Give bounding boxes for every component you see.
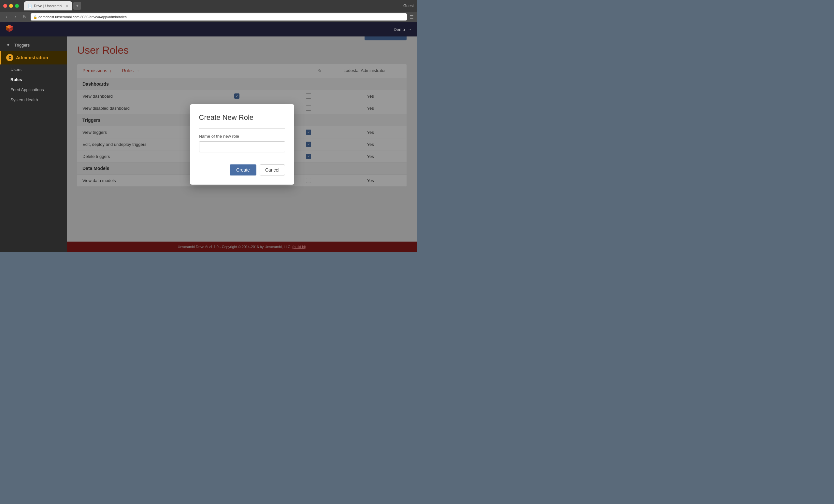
create-role-modal: Create New Role Name of the new role Cre… [190, 104, 294, 185]
tab-title: Drive | Unscrambl [34, 4, 62, 8]
system-health-label: System Health [10, 97, 38, 102]
app-logo [5, 24, 14, 35]
back-button[interactable]: ‹ [3, 14, 10, 20]
logout-icon[interactable]: → [408, 27, 412, 32]
address-bar: ‹ › ↻ 🔒 demohost.unscrambl.com:8080/driv… [0, 12, 417, 22]
feed-applications-label: Feed Applications [10, 87, 44, 92]
reload-button[interactable]: ↻ [22, 14, 28, 20]
modal-overlay[interactable]: Create New Role Name of the new role Cre… [67, 37, 417, 252]
user-name: Demo [394, 27, 405, 32]
browser-chrome: 📄 Drive | Unscrambl ✕ + Guest [0, 0, 417, 12]
users-label: Users [10, 67, 22, 72]
traffic-lights [3, 4, 19, 8]
sidebar-item-feed-applications[interactable]: Feed Applications [0, 85, 67, 95]
address-input[interactable]: 🔒 demohost.unscrambl.com:8080/drive/#/ap… [30, 13, 407, 21]
roles-label: Roles [10, 77, 22, 82]
browser-menu-icon[interactable]: ☰ [410, 14, 414, 20]
administration-label: Administration [16, 55, 48, 60]
sidebar-administration[interactable]: ⚙ Administration [0, 51, 67, 65]
new-tab-button[interactable]: + [73, 2, 81, 10]
modal-title: Create New Role [199, 113, 285, 122]
tab-close-icon[interactable]: ✕ [65, 4, 68, 8]
main-layout: ✦ Triggers ⚙ Administration Users Roles … [0, 37, 417, 252]
minimize-button[interactable] [9, 4, 13, 8]
cancel-button[interactable]: Cancel [260, 164, 285, 176]
sidebar-item-system-health[interactable]: System Health [0, 95, 67, 105]
browser-tab[interactable]: 📄 Drive | Unscrambl ✕ [24, 1, 72, 10]
triggers-icon: ✦ [5, 42, 11, 48]
sidebar-item-users[interactable]: Users [0, 65, 67, 74]
modal-field-label: Name of the new role [199, 134, 285, 139]
lock-icon: 🔒 [33, 15, 37, 19]
modal-divider [199, 128, 285, 129]
app-user: Demo → [394, 27, 412, 32]
sidebar: ✦ Triggers ⚙ Administration Users Roles … [0, 37, 67, 252]
gear-icon: ⚙ [6, 54, 13, 61]
sidebar-item-label: Triggers [14, 43, 30, 48]
app-header: Demo → [0, 22, 417, 37]
maximize-button[interactable] [15, 4, 19, 8]
role-name-input[interactable] [199, 141, 285, 152]
tab-favicon: 📄 [28, 4, 32, 8]
close-button[interactable] [3, 4, 7, 8]
sidebar-item-roles[interactable]: Roles [0, 74, 67, 85]
app: Demo → ✦ Triggers ⚙ Administration Users… [0, 22, 417, 252]
forward-button[interactable]: › [13, 14, 19, 20]
url-text: demohost.unscrambl.com:8080/drive/#/app/… [39, 15, 127, 19]
modal-actions: Create Cancel [199, 159, 285, 176]
content-area: Add New Role User Roles Permissions ↓ Ro… [67, 37, 417, 252]
tab-bar: 📄 Drive | Unscrambl ✕ + [24, 1, 401, 10]
create-button[interactable]: Create [230, 164, 256, 176]
sidebar-item-triggers[interactable]: ✦ Triggers [0, 39, 67, 51]
guest-label: Guest [403, 4, 414, 8]
logo-cube [5, 24, 14, 35]
